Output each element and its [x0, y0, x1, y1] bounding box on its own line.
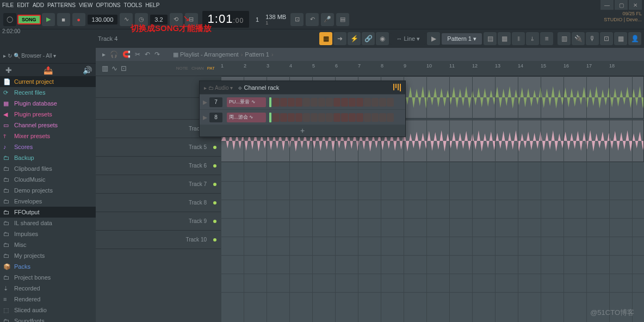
track-header[interactable]: Track 6	[96, 157, 221, 175]
piano-icon[interactable]: ▥	[102, 64, 108, 72]
step-button[interactable]	[280, 98, 287, 107]
browser-item-16[interactable]: 🗀My projects	[0, 250, 96, 261]
wave-mode-icon[interactable]: ∿	[112, 64, 117, 72]
step-button[interactable]	[379, 98, 386, 107]
step-button[interactable]	[273, 98, 280, 107]
btn-channel[interactable]: ⫴	[512, 32, 525, 45]
step-button[interactable]	[387, 113, 394, 122]
browser-item-7[interactable]: 🗀Backup	[0, 152, 96, 163]
menu-view[interactable]: VIEW	[79, 2, 93, 8]
add-channel-button[interactable]: +	[200, 125, 405, 137]
browser-item-13[interactable]: 🗀IL shared data	[0, 218, 96, 228]
step-button[interactable]	[303, 98, 310, 107]
minimize-button[interactable]: —	[600, 0, 614, 10]
track-header[interactable]: Track 5	[96, 138, 221, 157]
wave-icon[interactable]: ∿	[120, 13, 133, 26]
step-button[interactable]	[364, 113, 371, 122]
step-button[interactable]	[326, 98, 333, 107]
clock-icon[interactable]: ◷	[135, 13, 148, 26]
step-button[interactable]	[288, 98, 295, 107]
step-button[interactable]	[387, 98, 394, 107]
track-header[interactable]: Track 10	[96, 231, 221, 249]
step-button[interactable]	[326, 113, 333, 122]
browser-header[interactable]: ▸ ↻ 🔍 Browser - All ▾	[0, 48, 96, 63]
track-header[interactable]: Track 7	[96, 175, 221, 194]
browser-item-20[interactable]: ≡Rendered	[0, 294, 96, 305]
step-button[interactable]	[333, 113, 340, 122]
channel-name[interactable]: PU...景音 ∿	[227, 97, 266, 107]
undo-icon[interactable]: ↶	[306, 13, 319, 26]
speaker-icon[interactable]: 🔊	[82, 66, 92, 75]
channel-name[interactable]: 周...游会 ∿	[227, 113, 266, 122]
channel-number[interactable]: 8	[209, 113, 222, 122]
step-button[interactable]	[364, 98, 371, 107]
mute-dot-icon[interactable]	[213, 164, 216, 168]
step-icon[interactable]: ⊟	[185, 13, 198, 26]
pl-redo-icon[interactable]: ↷	[154, 51, 160, 58]
tool-arrow[interactable]: ➜	[333, 32, 346, 45]
channel-led-icon[interactable]	[269, 97, 271, 107]
time-sig-display[interactable]: 3.2	[150, 15, 167, 24]
song-mode-button[interactable]: SONG	[17, 15, 41, 24]
plus-icon[interactable]: ✚	[3, 66, 14, 75]
browser-item-17[interactable]: 📦Packs	[0, 261, 96, 272]
browser-item-4[interactable]: ▭Channel presets	[0, 120, 96, 131]
channel-row[interactable]: ▸7PU...景音 ∿	[200, 94, 405, 109]
step-button[interactable]	[341, 113, 348, 122]
btn-plugin2[interactable]: 🔌	[572, 32, 585, 45]
browser-item-14[interactable]: 🗀Impulses	[0, 228, 96, 239]
mute-dot-icon[interactable]	[213, 201, 216, 205]
time-display[interactable]: 1:01:00	[202, 11, 250, 28]
track-lane[interactable]	[221, 182, 644, 200]
channel-rack-titlebar[interactable]: ▸ 🗀 Audio ▾ ⟐ Channel rack	[200, 81, 405, 94]
channel-rack-window[interactable]: ▸ 🗀 Audio ▾ ⟐ Channel rack ▸7PU...景音 ∿▸8…	[199, 81, 406, 137]
play-button[interactable]: ▶	[42, 13, 55, 26]
menu-add[interactable]: ADD	[33, 2, 44, 8]
browser-item-8[interactable]: 🗀Clipboard files	[0, 163, 96, 174]
step-button[interactable]	[318, 113, 325, 122]
track-lane[interactable]	[221, 237, 644, 256]
browser-item-2[interactable]: ▦Plugin database	[0, 98, 96, 109]
midi-icon[interactable]: ▤	[336, 13, 349, 26]
record-button[interactable]: ●	[72, 13, 85, 26]
pattern-selector[interactable]: Pattern 1 ▾	[442, 33, 482, 45]
channel-led-icon[interactable]	[269, 113, 271, 122]
mute-dot-icon[interactable]	[213, 146, 216, 149]
track-lane[interactable]	[221, 200, 644, 219]
timeline-ruler[interactable]: 123456789101112131415161718	[221, 61, 644, 76]
step-button[interactable]	[356, 98, 363, 107]
browser-item-10[interactable]: 🗀Demo projects	[0, 185, 96, 196]
btn-plugin5[interactable]: ▦	[614, 32, 627, 45]
btn-plugin4[interactable]: ⊡	[600, 32, 613, 45]
tool-draw[interactable]: ▦	[319, 32, 332, 45]
maximize-button[interactable]: ▢	[615, 0, 628, 10]
mute-dot-icon[interactable]	[213, 183, 216, 186]
close-button[interactable]: ✕	[629, 0, 642, 10]
browser-item-9[interactable]: 🗀CloudMusic	[0, 174, 96, 185]
btn-piano[interactable]: ▦	[498, 32, 511, 45]
menu-help[interactable]: HELP	[145, 2, 159, 8]
db-icon[interactable]: ⊡	[290, 13, 304, 26]
pl-cut-icon[interactable]: ✂	[135, 51, 140, 58]
step-button[interactable]	[273, 113, 280, 122]
menu-patterns[interactable]: PATTERNS	[47, 2, 76, 8]
step-button[interactable]	[341, 98, 348, 107]
step-button[interactable]	[333, 98, 340, 107]
track-lane[interactable]	[221, 256, 644, 274]
browser-item-11[interactable]: 🗀Envelopes	[0, 196, 96, 207]
snap-selector[interactable]: ↔ Line ▾	[391, 33, 425, 45]
tool-view[interactable]: ◉	[376, 32, 389, 45]
auto-icon[interactable]: ⊡	[121, 64, 127, 72]
step-button[interactable]	[303, 113, 310, 122]
step-button[interactable]	[349, 98, 356, 107]
menu-file[interactable]: FILE	[2, 2, 14, 8]
btn-plugin1[interactable]: ▥	[558, 32, 571, 45]
tab-pat[interactable]: PAT	[207, 66, 215, 71]
browser-item-3[interactable]: ◀Plugin presets	[0, 109, 96, 120]
step-button[interactable]	[280, 113, 287, 122]
browser-item-19[interactable]: ⇣Recorded	[0, 283, 96, 294]
browser-item-12[interactable]: 🗀FFOutput	[0, 207, 96, 218]
step-button[interactable]	[371, 113, 379, 122]
mic-icon[interactable]: 🎤	[321, 13, 334, 26]
refresh-icon[interactable]: ↻	[8, 53, 12, 59]
